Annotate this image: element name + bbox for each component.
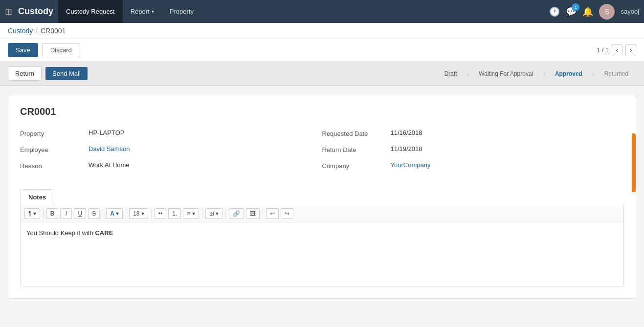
- toolbar-fontsize-btn[interactable]: 18 ▾: [129, 208, 148, 219]
- label-employee: Employee: [20, 145, 89, 153]
- value-property: HP-LAPTOP: [89, 129, 124, 136]
- field-return-date: Return Date 11/19/2018: [322, 145, 605, 153]
- action-bar: Save Discard 1 / 1 ‹ ›: [0, 39, 644, 62]
- value-company[interactable]: YourCompany: [391, 161, 431, 169]
- value-return-date: 11/19/2018: [391, 145, 422, 153]
- sep-3: [126, 209, 126, 218]
- username[interactable]: sayooj: [621, 8, 639, 15]
- grid-icon[interactable]: ⊞: [5, 6, 12, 17]
- clock-icon[interactable]: 🕐: [549, 6, 560, 17]
- action-bar-left: Save Discard: [8, 43, 80, 57]
- tab-notes[interactable]: Notes: [20, 189, 54, 205]
- breadcrumb-separator: /: [36, 27, 38, 35]
- field-company: Company YourCompany: [322, 161, 605, 170]
- toolbar-ordered-list-btn[interactable]: 1.: [168, 208, 181, 219]
- stage-returned[interactable]: Returned: [597, 67, 636, 80]
- navbar-menu: Custody Request Report ▾ Property: [58, 0, 549, 23]
- field-employee: Employee David Samson: [20, 145, 303, 153]
- nav-property[interactable]: Property: [162, 0, 201, 23]
- toolbar-link-btn[interactable]: 🔗: [229, 208, 244, 219]
- notes-toolbar: ¶ ▾ B I U S A ▾ 18 ▾ •• 1. ≡ ▾ ⊞ ▾: [21, 205, 623, 222]
- sep-1: [43, 209, 44, 218]
- toolbar-underline-btn[interactable]: U: [74, 208, 86, 219]
- chat-badge: 1: [572, 3, 579, 11]
- toolbar-image-btn[interactable]: 🖼: [246, 208, 260, 219]
- toolbar-undo-btn[interactable]: ↩: [266, 208, 279, 219]
- save-button[interactable]: Save: [8, 43, 38, 57]
- toolbar-align-btn[interactable]: ≡ ▾: [183, 208, 199, 219]
- toolbar-bold-btn[interactable]: B: [46, 208, 59, 219]
- notes-body[interactable]: You Should Keep it with CARE: [21, 222, 623, 286]
- notes-text-bold: CARE: [95, 229, 113, 237]
- toolbar-fontcolor-btn[interactable]: A ▾: [106, 208, 123, 219]
- breadcrumb-current: CR0001: [41, 27, 66, 35]
- stage-arrow-3: ›: [592, 70, 595, 78]
- stage-waiting[interactable]: Waiting For Approval: [471, 67, 541, 80]
- sep-4: [151, 209, 152, 218]
- toolbar-italic-btn[interactable]: I: [60, 208, 72, 219]
- status-ribbon: [632, 133, 636, 192]
- field-property: Property HP-LAPTOP: [20, 129, 303, 137]
- send-mail-button[interactable]: Send Mail: [45, 67, 88, 80]
- next-page-button[interactable]: ›: [625, 44, 636, 56]
- breadcrumb: Custody / CR0001: [0, 23, 644, 39]
- toolbar-table-btn[interactable]: ⊞ ▾: [205, 208, 222, 219]
- label-property: Property: [20, 129, 89, 137]
- label-reason: Reason: [20, 161, 89, 170]
- label-requested-date: Requested Date: [322, 129, 391, 137]
- notes-section: Notes ¶ ▾ B I U S A ▾ 18 ▾ •• 1.: [20, 189, 624, 286]
- value-reason: Work At Home: [89, 161, 130, 169]
- notes-text-normal: You Should Keep it with: [26, 229, 95, 237]
- workflow-bar: Return Send Mail Draft › Waiting For App…: [0, 62, 644, 86]
- value-requested-date: 11/16/2018: [391, 129, 422, 136]
- bell-icon[interactable]: 🔔: [582, 6, 593, 17]
- sep-7: [263, 209, 263, 218]
- notes-editor: ¶ ▾ B I U S A ▾ 18 ▾ •• 1. ≡ ▾ ⊞ ▾: [20, 205, 624, 286]
- form-col-right: Requested Date 11/16/2018 Return Date 11…: [322, 129, 624, 177]
- discard-button[interactable]: Discard: [42, 43, 80, 57]
- field-reason: Reason Work At Home: [20, 161, 303, 170]
- toolbar-strikethrough-btn[interactable]: S: [88, 208, 100, 219]
- stage-arrow-2: ›: [543, 70, 545, 78]
- pagination-info: 1 / 1: [597, 46, 609, 54]
- sep-2: [103, 209, 103, 218]
- pagination: 1 / 1 ‹ ›: [597, 44, 636, 56]
- toolbar-unordered-list-btn[interactable]: ••: [155, 208, 166, 219]
- main-content: CR0001 Property HP-LAPTOP Employee David…: [0, 86, 644, 306]
- chat-icon[interactable]: 💬 1: [566, 6, 577, 17]
- breadcrumb-parent[interactable]: Custody: [8, 27, 33, 35]
- toolbar-redo-btn[interactable]: ↪: [281, 208, 293, 219]
- stage-arrow-1: ›: [467, 70, 469, 78]
- nav-report[interactable]: Report ▾: [123, 0, 162, 23]
- sep-5: [202, 209, 202, 218]
- record-card: CR0001 Property HP-LAPTOP Employee David…: [8, 94, 636, 299]
- navbar-right: 🕐 💬 1 🔔 S sayooj: [549, 4, 639, 20]
- notes-tabs: Notes: [20, 189, 624, 205]
- workflow-stages: Draft › Waiting For Approval › Approved …: [437, 67, 636, 80]
- form-grid: Property HP-LAPTOP Employee David Samson…: [20, 129, 624, 177]
- prev-page-button[interactable]: ‹: [612, 44, 622, 56]
- report-dropdown-arrow: ▾: [152, 9, 154, 14]
- record-title: CR0001: [20, 106, 624, 117]
- stage-approved[interactable]: Approved: [547, 67, 590, 80]
- navbar: ⊞ Custody Custody Request Report ▾ Prope…: [0, 0, 644, 23]
- label-company: Company: [322, 161, 391, 170]
- value-employee[interactable]: David Samson: [89, 145, 130, 153]
- nav-custody-request[interactable]: Custody Request: [58, 0, 123, 23]
- user-avatar[interactable]: S: [599, 4, 615, 20]
- stage-draft[interactable]: Draft: [437, 67, 465, 80]
- form-col-left: Property HP-LAPTOP Employee David Samson…: [20, 129, 322, 177]
- toolbar-style-btn[interactable]: ¶ ▾: [24, 208, 40, 219]
- label-return-date: Return Date: [322, 145, 391, 153]
- sep-6: [225, 209, 226, 218]
- field-requested-date: Requested Date 11/16/2018: [322, 129, 605, 137]
- app-brand: Custody: [18, 6, 53, 17]
- return-button[interactable]: Return: [8, 66, 42, 81]
